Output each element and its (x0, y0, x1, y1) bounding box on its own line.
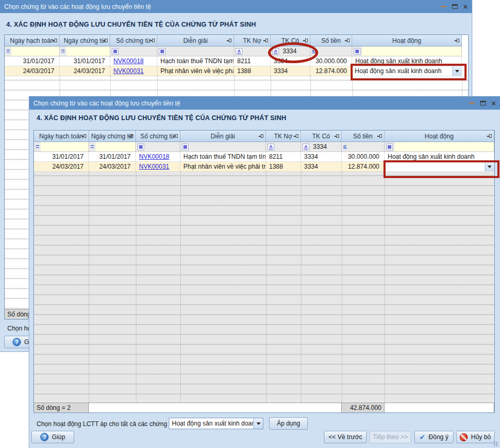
equals-filter-icon[interactable]: = (90, 144, 94, 150)
cell-doc-date[interactable]: 31/01/2017 (89, 152, 136, 162)
cell-amount[interactable]: 12.874.000 (342, 162, 385, 172)
filter-mode-icon[interactable] (159, 48, 166, 55)
equals-filter-icon[interactable]: = (61, 48, 65, 54)
equals-filter-icon[interactable]: = (36, 144, 39, 150)
pin-icon[interactable] (52, 38, 57, 43)
pin-icon[interactable] (227, 38, 232, 43)
filter-doc-date[interactable]: = (89, 142, 136, 152)
doc-no-link[interactable]: NVK00031 (113, 67, 144, 75)
previous-button[interactable]: << Về trước (324, 431, 367, 443)
cell-doc-date[interactable]: 24/03/2017 (60, 66, 110, 76)
filter-input[interactable] (276, 142, 300, 151)
cell-posting-date[interactable]: 31/01/2017 (34, 152, 89, 162)
pin-icon[interactable] (294, 134, 299, 139)
cell-doc-no[interactable]: NVK00018 (110, 56, 157, 66)
dropdown-arrow-icon[interactable] (253, 418, 263, 429)
maximize-icon[interactable] (452, 4, 458, 9)
filter-doc-no[interactable] (110, 46, 157, 56)
filter-mode-icon[interactable] (112, 48, 119, 55)
cell-amount[interactable]: 30.000.000 (310, 56, 352, 66)
minimize-icon[interactable] (469, 102, 474, 104)
cell-doc-no[interactable]: NVK00018 (136, 152, 180, 162)
activity-combo[interactable]: Hoạt động sản xuất kinh doanh (169, 418, 263, 429)
cell-posting-date[interactable]: 24/03/2017 (34, 162, 89, 172)
filter-input[interactable] (190, 142, 265, 151)
column-header-debit[interactable]: TK Nợ (234, 35, 271, 46)
filter-input[interactable] (244, 46, 270, 56)
filter-activity[interactable] (385, 142, 494, 152)
filter-amount[interactable]: ≤ (342, 142, 385, 152)
pin-icon[interactable] (487, 134, 492, 139)
cell-doc-date[interactable]: 24/03/2017 (89, 162, 136, 172)
cell-doc-date[interactable]: 31/01/2017 (60, 56, 110, 66)
cell-amount[interactable]: 12.874.000 (310, 66, 352, 76)
pin-icon[interactable] (303, 38, 308, 43)
cell-description[interactable]: Hạch toán thuế TNDN tạm tính (157, 56, 234, 66)
column-header-doc-date[interactable]: Ngày chứng từ (60, 35, 110, 46)
column-header-doc-no[interactable]: Số chứng từ (136, 131, 180, 142)
filter-input[interactable] (120, 46, 157, 56)
help-button[interactable]: ?Giúp (31, 431, 74, 443)
cancel-button[interactable]: Hủy bỏ (456, 431, 495, 443)
cell-description[interactable]: Phạt nhân viên về việc phải tr... (180, 162, 266, 172)
filter-input[interactable] (317, 46, 352, 56)
pin-icon[interactable] (82, 134, 87, 139)
filter-input[interactable] (167, 46, 234, 56)
column-header-amount[interactable]: Số tiền (310, 35, 352, 46)
pin-icon[interactable] (377, 134, 382, 139)
filter-input[interactable] (41, 142, 88, 151)
filter-debit[interactable]: A (234, 46, 271, 56)
pin-icon[interactable] (345, 38, 350, 43)
filter-mode-icon[interactable] (386, 144, 393, 150)
equals-filter-icon[interactable]: = (6, 48, 10, 54)
filter-input[interactable] (11, 46, 59, 56)
filter-activity[interactable] (352, 46, 462, 56)
pin-icon[interactable] (455, 38, 460, 43)
filter-doc-no[interactable] (136, 142, 180, 152)
cell-credit[interactable]: 3334 (301, 152, 342, 162)
pin-icon[interactable] (173, 134, 178, 139)
cell-credit[interactable]: 3334 (271, 66, 310, 76)
cell-debit[interactable]: 1388 (266, 162, 301, 172)
doc-no-link[interactable]: NVK00031 (139, 163, 169, 170)
column-header-description[interactable]: Diễn giải (180, 131, 266, 142)
titlebar[interactable]: Chọn chứng từ vào các hoạt động lưu chuy… (0, 0, 472, 13)
contains-filter-icon[interactable]: A (236, 48, 242, 55)
column-header-doc-no[interactable]: Số chứng từ (110, 35, 157, 46)
pin-icon[interactable] (129, 134, 134, 139)
cell-description[interactable]: Hạch toán thuế TNDN tạm tính (180, 152, 266, 162)
minimize-icon[interactable] (441, 6, 446, 7)
titlebar[interactable]: Chọn chứng từ vào các hoạt động lưu chuy… (29, 97, 500, 110)
filter-mode-icon[interactable] (137, 144, 144, 150)
filter-input[interactable] (146, 142, 180, 151)
ok-button[interactable]: ✔Đồng ý (414, 431, 454, 443)
filter-credit-value[interactable]: 3334 (311, 142, 341, 151)
column-header-debit[interactable]: TK Nợ (266, 131, 301, 142)
doc-no-link[interactable]: NVK00018 (139, 153, 169, 160)
filter-input[interactable] (394, 142, 494, 151)
filter-description[interactable] (180, 142, 266, 152)
column-header-activity[interactable]: Hoạt động (352, 35, 462, 46)
cell-doc-no[interactable]: NVK00031 (110, 66, 157, 76)
doc-no-link[interactable]: NVK00018 (113, 57, 144, 65)
cell-doc-no[interactable]: NVK00031 (136, 162, 180, 172)
cell-debit[interactable]: 1388 (234, 66, 271, 76)
pin-icon[interactable] (150, 38, 155, 43)
filter-doc-date[interactable]: = (60, 46, 110, 56)
filter-mode-icon[interactable] (182, 144, 189, 150)
column-header-posting-date[interactable]: Ngày hạch toán (34, 131, 89, 142)
filter-input[interactable] (362, 46, 461, 56)
contains-filter-icon[interactable]: A (268, 144, 274, 150)
cell-posting-date[interactable]: 24/03/2017 (5, 66, 60, 76)
filter-credit[interactable]: A3334 (301, 142, 342, 152)
cell-credit[interactable]: 3334 (301, 162, 342, 172)
pin-icon[interactable] (259, 134, 264, 139)
pin-icon[interactable] (334, 134, 340, 139)
maximize-icon[interactable] (480, 101, 486, 105)
cell-debit[interactable]: 8211 (234, 56, 271, 66)
resize-grip[interactable] (494, 442, 498, 446)
filter-input[interactable] (96, 142, 135, 151)
pin-icon[interactable] (103, 38, 108, 43)
column-header-posting-date[interactable]: Ngày hạch toán (5, 35, 60, 46)
column-header-doc-date[interactable]: Ngày chứng từ (89, 131, 136, 142)
